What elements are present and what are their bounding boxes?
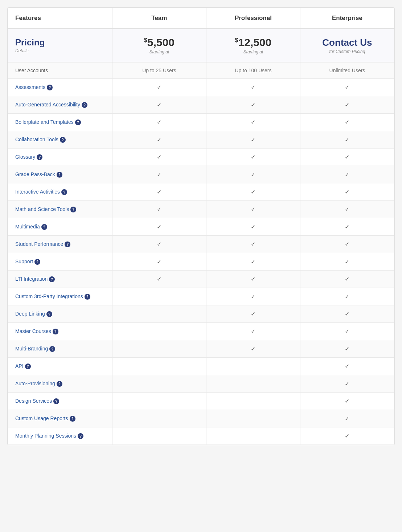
check-icon: ✓ (345, 381, 349, 387)
ent-cell: ✓ (300, 288, 394, 305)
ent-cell: ✓ (300, 271, 394, 288)
check-icon: ✓ (345, 259, 349, 265)
help-icon[interactable]: ? (57, 172, 62, 178)
feature-label: Monthly Planning Sessions (15, 433, 76, 439)
check-icon: ✓ (251, 137, 255, 143)
check-icon: ✓ (251, 84, 255, 90)
help-icon[interactable]: ? (37, 154, 42, 160)
feature-label: Grade Pass-Back (15, 171, 55, 177)
team-cell (112, 410, 206, 427)
team-starting: Starting at (116, 49, 202, 54)
pricing-row: Pricing Details $5,500 Starting at $12,5… (8, 29, 394, 62)
help-icon[interactable]: ? (61, 189, 67, 195)
help-icon[interactable]: ? (70, 416, 75, 422)
help-icon[interactable]: ? (49, 276, 55, 282)
pro-cell (206, 358, 300, 375)
check-icon: ✓ (345, 363, 349, 369)
feature-cell: Monthly Planning Sessions? (8, 427, 112, 445)
team-cell: ✓ (112, 183, 206, 201)
team-cell (112, 305, 206, 323)
help-icon[interactable]: ? (41, 224, 47, 230)
check-icon: ✓ (345, 102, 349, 108)
pricing-table: Features Team Professional Enterprise Pr… (7, 7, 395, 445)
feature-cell: Auto-Provisioning? (8, 375, 112, 393)
feature-cell: Auto-Generated Accessibility? (8, 96, 112, 114)
col-header-features: Features (8, 8, 112, 29)
help-icon[interactable]: ? (65, 241, 70, 247)
pro-cell (206, 375, 300, 393)
check-icon: ✓ (345, 433, 349, 439)
help-icon[interactable]: ? (49, 346, 55, 352)
help-icon[interactable]: ? (47, 85, 53, 90)
help-icon[interactable]: ? (85, 294, 90, 300)
feature-cell: Glossary? (8, 149, 112, 166)
feature-label: Support (15, 259, 33, 264)
feature-row: LTI Integration?✓✓✓ (8, 271, 394, 288)
ent-cell: ✓ (300, 183, 394, 201)
pricing-sublabel: Details (15, 48, 108, 53)
ent-cell: ✓ (300, 323, 394, 340)
pricing-team-cell: $5,500 Starting at (112, 29, 206, 62)
pro-cell: ✓ (206, 253, 300, 271)
team-cell: ✓ (112, 166, 206, 183)
check-icon: ✓ (345, 328, 349, 334)
check-icon: ✓ (345, 206, 349, 212)
team-cell (112, 375, 206, 393)
feature-row: Multimedia?✓✓✓ (8, 218, 394, 236)
check-icon: ✓ (345, 398, 349, 404)
feature-row: Auto-Provisioning?✓ (8, 375, 394, 393)
pro-cell: ✓ (206, 271, 300, 288)
feature-label: Student Performance (15, 241, 63, 247)
check-icon: ✓ (345, 346, 349, 352)
help-icon[interactable]: ? (25, 364, 31, 369)
check-icon: ✓ (157, 102, 161, 108)
team-cell: ✓ (112, 96, 206, 114)
feature-cell: User Accounts (8, 62, 112, 79)
team-cell: ✓ (112, 271, 206, 288)
help-icon[interactable]: ? (34, 259, 40, 265)
check-icon: ✓ (251, 224, 255, 230)
feature-row: Interactive Activities?✓✓✓ (8, 183, 394, 201)
check-icon: ✓ (345, 224, 349, 230)
check-icon: ✓ (251, 276, 255, 282)
help-icon[interactable]: ? (57, 381, 62, 387)
ent-cell: ✓ (300, 131, 394, 149)
team-cell: Up to 25 Users (112, 62, 206, 79)
feature-cell: API? (8, 358, 112, 375)
feature-cell: Custom 3rd-Party Integrations? (8, 288, 112, 305)
check-icon: ✓ (251, 311, 255, 317)
ent-cell: ✓ (300, 96, 394, 114)
help-icon[interactable]: ? (53, 398, 59, 404)
check-icon: ✓ (251, 328, 255, 334)
feature-label: Assessments (15, 84, 45, 90)
col-header-professional: Professional (206, 8, 300, 29)
feature-row: API?✓ (8, 358, 394, 375)
check-icon: ✓ (157, 224, 161, 230)
check-icon: ✓ (345, 241, 349, 247)
ent-cell: ✓ (300, 149, 394, 166)
pro-cell: ✓ (206, 323, 300, 340)
feature-label: Design Services (15, 398, 52, 404)
help-icon[interactable]: ? (53, 329, 58, 334)
team-cell: ✓ (112, 236, 206, 253)
check-icon: ✓ (251, 293, 255, 300)
ent-cell: ✓ (300, 236, 394, 253)
col-header-team: Team (112, 8, 206, 29)
feature-row: Design Services?✓ (8, 393, 394, 410)
feature-cell: Student Performance? (8, 236, 112, 253)
help-icon[interactable]: ? (60, 137, 66, 143)
check-icon: ✓ (251, 189, 255, 195)
col-header-enterprise: Enterprise (300, 8, 394, 29)
help-icon[interactable]: ? (75, 119, 81, 125)
ent-cell: ✓ (300, 340, 394, 358)
pro-cell: ✓ (206, 288, 300, 305)
help-icon[interactable]: ? (78, 433, 83, 439)
help-icon[interactable]: ? (82, 102, 87, 108)
feature-label: Multimedia (15, 224, 40, 230)
team-cell: ✓ (112, 149, 206, 166)
check-icon: ✓ (157, 276, 161, 282)
help-icon[interactable]: ? (46, 311, 52, 317)
help-icon[interactable]: ? (70, 207, 76, 212)
feature-row: Math and Science Tools?✓✓✓ (8, 201, 394, 218)
check-icon: ✓ (251, 259, 255, 265)
